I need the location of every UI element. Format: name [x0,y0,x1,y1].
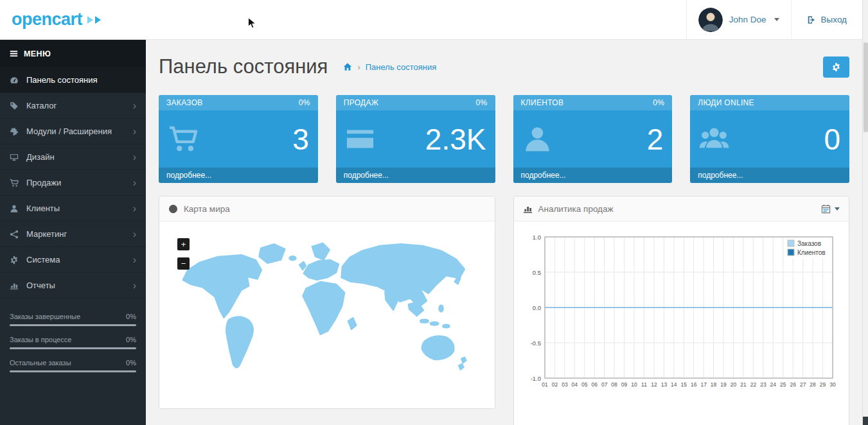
tile-online: ЛЮДИ ONLINE0подробнее... [690,95,849,183]
home-icon[interactable] [343,62,352,71]
sidebar-item-customers[interactable]: Клиенты› [0,196,146,221]
map-zoom-out-button[interactable]: − [177,257,190,270]
svg-text:12: 12 [651,381,657,388]
svg-text:19: 19 [720,381,727,388]
bar-chart-icon [523,204,533,214]
sidebar-item-catalog[interactable]: Каталог› [0,93,146,119]
tile-body: 2.3K [336,110,495,168]
sidebar-item-label: Маркетинг [26,229,67,239]
opencart-admin-dashboard: opencart МЕНЮ Панель состоянияКаталог›Мо… [0,0,868,425]
svg-text:04: 04 [571,381,578,388]
dashboard-panels: Карта мира + − [159,196,849,425]
shopping-cart-icon [168,124,198,154]
svg-text:21: 21 [740,381,747,388]
dashboard-icon [10,76,19,85]
logout-button[interactable]: Выход [792,15,862,24]
progress-bar [10,370,136,372]
breadcrumb-link[interactable]: Панель состояния [366,62,436,72]
tile-percent: 0% [476,98,488,107]
tile-header: КЛИЕНТОВ0% [513,95,673,110]
sidebar-item-label: Система [26,255,60,265]
gear-icon [10,256,19,265]
tile-body: 0 [690,110,849,168]
sidebar-menu: Панель состоянияКаталог›Модули / Расшире… [0,67,146,299]
tile-details-link[interactable]: подробнее... [690,168,849,183]
sidebar: opencart МЕНЮ Панель состоянияКаталог›Мо… [0,0,146,425]
puzzle-icon [10,127,19,136]
stat-value: 0% [126,313,136,320]
world-map-panel-header: Карта мира [159,196,495,221]
stat-label: Заказы в процессе [10,336,71,343]
sales-analytics-chart-area: 0102030405060708091011121314151617181920… [514,221,849,425]
sidebar-item-reports[interactable]: Отчеты› [0,273,146,299]
svg-text:0.5: 0.5 [532,269,540,276]
sidebar-item-design[interactable]: Дизайн› [0,144,146,170]
world-map-graphic [176,239,478,392]
svg-text:09: 09 [621,381,627,388]
user-avatar [698,8,723,32]
gear-icon [831,62,841,72]
logout-icon [807,15,816,24]
map-zoom-controls: + − [177,238,190,270]
svg-text:02: 02 [551,381,558,388]
caret-down-icon [774,18,779,21]
opencart-logo-mark-icon [85,16,101,24]
stat-label: Заказы завершенные [10,313,80,320]
stat-value: 0% [126,359,136,367]
svg-text:01: 01 [542,381,548,388]
panel-title: Аналитика продаж [538,204,614,214]
svg-text:05: 05 [581,381,588,388]
sidebar-item-label: Каталог [26,101,57,110]
stat-tiles: ЗАКАЗОВ0%3подробнее...ПРОДАЖ0%2.3Kподроб… [159,95,849,183]
svg-text:28: 28 [810,381,816,388]
credit-card-icon [345,124,375,154]
user-icon [522,124,553,154]
svg-text:11: 11 [641,381,647,388]
menu-title: МЕНЮ [24,49,51,58]
tile-details-link[interactable]: подробнее... [159,168,318,183]
tile-details-link[interactable]: подробнее... [336,168,495,183]
sidebar-item-label: Модули / Расширения [26,126,112,136]
svg-text:Заказов: Заказов [797,240,821,247]
sales-analytics-panel-header: Аналитика продаж [514,196,849,221]
map-zoom-in-button[interactable]: + [177,238,190,250]
svg-text:15: 15 [680,381,687,388]
svg-text:0.0: 0.0 [532,304,540,311]
svg-text:13: 13 [660,381,667,388]
opencart-logo-text: opencart [12,10,82,30]
scrollbar[interactable] [862,0,868,425]
tag-icon [10,101,19,110]
sidebar-item-system[interactable]: Система› [0,247,146,273]
opencart-logo[interactable]: opencart [0,0,146,40]
sidebar-stat: Заказы завершенные0% [10,313,136,326]
dashboard-settings-button[interactable] [823,56,849,78]
user-menu[interactable]: John Doe [686,0,792,40]
svg-text:24: 24 [770,381,776,388]
svg-text:03: 03 [562,381,568,388]
svg-text:08: 08 [611,381,617,388]
sidebar-item-marketing[interactable]: Маркетинг› [0,221,146,247]
sidebar-item-extensions[interactable]: Модули / Расширения› [0,119,146,144]
chart-range-dropdown[interactable] [821,204,840,214]
sidebar-item-label: Продажи [26,178,61,187]
svg-text:1.0: 1.0 [532,234,540,241]
tile-body: 3 [159,110,318,168]
scrollbar-thumb[interactable] [864,42,868,132]
users-icon [699,124,729,154]
sidebar-item-dashboard[interactable]: Панель состояния [0,67,146,93]
tile-title: ЛЮДИ ONLINE [698,98,754,107]
tile-body: 2 [513,110,673,168]
tile-title: КЛИЕНТОВ [521,98,564,107]
tile-customers: КЛИЕНТОВ0%2подробнее... [513,95,673,183]
sidebar-item-label: Дизайн [26,152,55,162]
share-icon [10,230,19,239]
cart-icon [10,178,19,187]
page-header: Панель состояния › Панель состояния [159,53,849,81]
sidebar-item-sales[interactable]: Продажи› [0,170,146,196]
tile-title: ПРОДАЖ [344,98,378,107]
svg-text:-0.5: -0.5 [530,340,540,347]
tile-details-link[interactable]: подробнее... [513,168,673,183]
tile-value: 2 [647,125,664,154]
main-content: Панель состояния › Панель состояния ЗАКА… [146,40,862,425]
world-map[interactable]: + − [159,221,495,408]
